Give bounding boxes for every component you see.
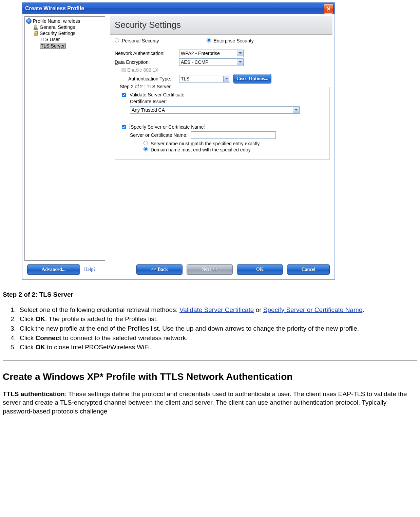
lock-icon	[33, 31, 38, 36]
ok-button[interactable]: OK	[237, 264, 283, 275]
enable-8021x-label: Enable 802.1X	[127, 67, 158, 73]
list-item: Click the new profile at the end of the …	[18, 324, 417, 333]
network-auth-select[interactable]: WPA2 - Enterprise	[179, 50, 244, 57]
server-name-input[interactable]	[191, 131, 276, 139]
settings-pane: Security Settings Personal Security Ente…	[105, 16, 332, 261]
chevron-down-icon	[223, 76, 229, 82]
step-list: Select one of the following credential r…	[18, 306, 417, 352]
cert-issuer-select[interactable]: Any Trusted CA	[130, 106, 300, 114]
globe-icon	[26, 18, 32, 24]
list-item: Click Connect to connect to the selected…	[18, 334, 417, 343]
divider	[3, 360, 417, 361]
chevron-down-icon	[293, 107, 299, 113]
ttls-paragraph: TTLS authentication: These settings defi…	[3, 390, 417, 416]
validate-cert-label: Validate Server Certificate	[130, 92, 185, 97]
data-encryption-label: Data Encryption:	[115, 59, 179, 65]
auth-type-label: Authentication Type:	[128, 76, 179, 81]
window-title: Create Wireless Profile	[25, 5, 84, 12]
fieldset-legend: Step 2 of 2 : TLS Server	[118, 84, 172, 89]
ttls-heading: Create a Windows XP* Profile with TTLS N…	[3, 370, 417, 383]
radio-enterprise-security[interactable]: Enterprise Security	[207, 38, 254, 43]
specify-server-label: Specify Server or Certificate Name	[130, 124, 205, 130]
close-icon[interactable]: ✕	[324, 4, 333, 14]
tree-item-general[interactable]: General Settings	[25, 24, 104, 30]
radio-match-domain[interactable]: Domain name must end with the specified …	[144, 147, 325, 152]
chevron-down-icon	[237, 59, 243, 65]
link-validate-cert[interactable]: Validate Server Certificate	[179, 306, 254, 313]
advanced-button[interactable]: Advanced...	[27, 264, 80, 275]
network-auth-label: Network Authentication:	[115, 51, 179, 56]
enable-8021x-checkbox	[121, 68, 126, 72]
data-encryption-select[interactable]: AES - CCMP	[179, 58, 244, 66]
tls-server-fieldset: Step 2 of 2 : TLS Server Validate Server…	[115, 87, 330, 160]
cert-issuer-label: Certificate Issuer:	[130, 99, 325, 104]
specify-server-checkbox[interactable]	[122, 125, 126, 129]
next-button[interactable]: Next >>	[187, 264, 233, 275]
dialog-buttons: Advanced... Help? << Back Next >> OK Can…	[24, 261, 332, 277]
list-item: Click OK to close Intel PROSet/Wireless …	[18, 343, 417, 352]
back-button[interactable]: << Back	[136, 264, 183, 275]
server-name-label: Server or Certificate Name:	[130, 132, 188, 138]
link-specify-server[interactable]: Specify Server or Certificate Name	[263, 306, 363, 313]
titlebar[interactable]: Create Wireless Profile ✕	[22, 3, 335, 14]
step-heading: Step 2 of 2: TLS Server	[3, 291, 73, 298]
list-item: Click OK. The profile is added to the Pr…	[18, 315, 417, 324]
cancel-button[interactable]: Cancel	[287, 264, 330, 275]
dialog-body: Profile Name: wireless General Settings …	[22, 14, 335, 279]
cisco-options-button[interactable]: Cisco Options...	[233, 74, 271, 84]
tree-item-tls-user[interactable]: TLS User	[25, 36, 104, 42]
validate-cert-checkbox[interactable]	[122, 93, 126, 97]
list-item: Select one of the following credential r…	[18, 306, 417, 314]
create-wireless-profile-dialog: Create Wireless Profile ✕ Profile Name: …	[22, 2, 335, 280]
tree-item-tls-server[interactable]: TLS Server	[25, 42, 104, 49]
radio-personal-security[interactable]: Personal Security	[115, 38, 159, 43]
doc-text: Step 2 of 2: TLS Server Select one of th…	[1, 290, 419, 416]
radio-match-exact[interactable]: Server name must match the specified ent…	[144, 141, 325, 146]
user-icon	[33, 24, 38, 30]
section-header: Security Settings	[110, 16, 332, 35]
chevron-down-icon	[237, 50, 243, 56]
tree-item-security[interactable]: Security Settings	[25, 30, 104, 36]
nav-tree: Profile Name: wireless General Settings …	[24, 16, 105, 261]
tree-item-profile[interactable]: Profile Name: wireless	[25, 18, 104, 24]
help-link[interactable]: Help?	[84, 267, 95, 272]
auth-type-select[interactable]: TLS	[179, 75, 230, 82]
